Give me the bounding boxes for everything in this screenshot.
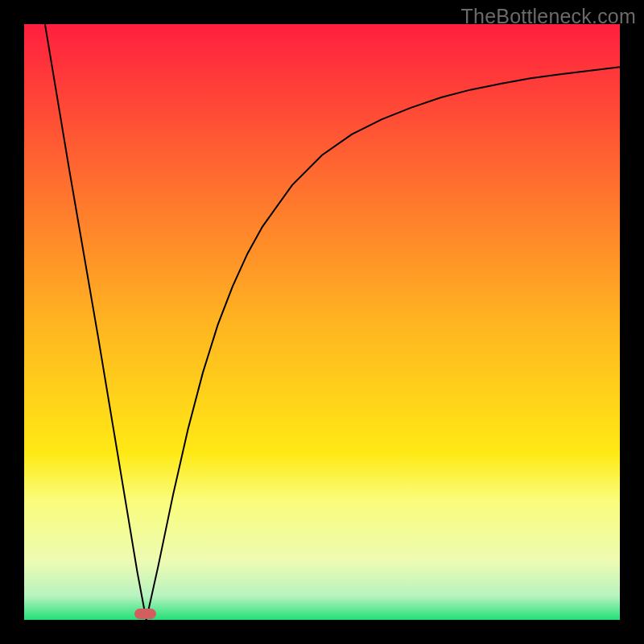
minimum-marker — [134, 609, 156, 619]
gradient-background — [24, 24, 620, 620]
watermark-label: TheBottleneck.com — [461, 5, 636, 28]
plot-svg — [24, 24, 620, 620]
chart-frame: TheBottleneck.com — [0, 0, 644, 644]
plot-area — [24, 24, 620, 620]
